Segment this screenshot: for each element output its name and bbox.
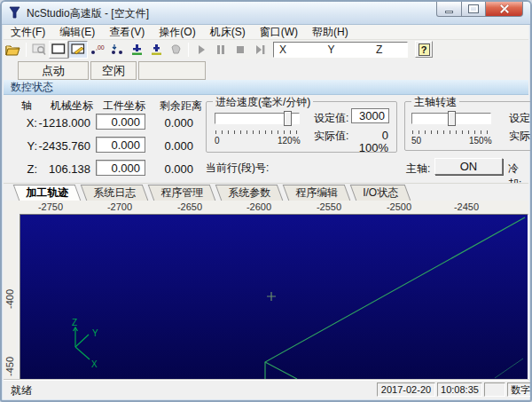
- toolbar-separator: [188, 43, 189, 57]
- tool-calibrate-button[interactable]: [146, 41, 166, 59]
- axis-x-work[interactable]: 0.000: [96, 114, 145, 130]
- feed-set-value[interactable]: 3000: [351, 108, 389, 123]
- maximize-button[interactable]: [462, 2, 486, 17]
- spindle-set-label: 设定: [509, 111, 530, 126]
- trace-line-branch: [265, 362, 297, 379]
- axes-select-input[interactable]: X Y Z: [273, 42, 408, 58]
- spindle-slider-ticks: [412, 130, 490, 134]
- edit-window-button[interactable]: [68, 41, 88, 59]
- ruler-label: -450: [4, 357, 15, 376]
- minimize-button[interactable]: [436, 2, 462, 17]
- tab-toolpath[interactable]: 加工轨迹: [13, 185, 82, 201]
- ruler-label: -2550: [317, 201, 341, 212]
- status-empty-cell: [484, 382, 505, 397]
- axis-x-label: X:: [21, 116, 37, 130]
- axis-triad-icon: [74, 327, 90, 359]
- menu-help[interactable]: 帮助(H): [305, 25, 356, 39]
- trace-line-main: [265, 217, 525, 379]
- feed-actual-label: 实际值:: [314, 129, 348, 144]
- menu-edit[interactable]: 编辑(E): [52, 25, 102, 39]
- feed-slider-thumb[interactable]: [284, 111, 292, 126]
- tool-down-button[interactable]: [127, 41, 146, 59]
- tab-system-params[interactable]: 系统参数: [215, 185, 284, 201]
- ready-status: 就绪: [11, 383, 32, 398]
- play-icon: [196, 44, 207, 55]
- help-icon: ?: [419, 43, 430, 56]
- menu-window[interactable]: 窗口(W): [253, 25, 305, 39]
- ruler-label: -400: [4, 289, 15, 309]
- app-window: NcStudio高速版 - [空文件] 文件(F) 编辑(E) 查看(V) 操作…: [0, 0, 532, 402]
- capture-icon: [32, 43, 46, 56]
- axis-y-machine: -2435.760: [37, 139, 90, 153]
- spindle-tick-min: 50: [411, 136, 421, 146]
- status-input-mode: 数字: [507, 382, 532, 397]
- tab-system-log[interactable]: 系统日志: [81, 185, 149, 201]
- col-remaining: 剩余距离: [160, 99, 202, 114]
- view-tab-strip: 加工轨迹 系统日志 程序管理 系统参数 程序编辑 I/O状态: [4, 183, 528, 201]
- open-file-button[interactable]: [4, 41, 23, 59]
- handwheel-button[interactable]: [166, 41, 185, 59]
- menu-operate[interactable]: 操作(O): [152, 25, 202, 39]
- stop-button[interactable]: [231, 41, 250, 59]
- menu-view[interactable]: 查看(V): [102, 25, 152, 39]
- feed-set-label: 设定值:: [314, 111, 348, 126]
- tab-program-manager[interactable]: 程序管理: [148, 185, 216, 201]
- idle-status-label: 空闲: [102, 63, 125, 79]
- axis-x-remain: 0.000: [158, 116, 193, 130]
- single-step-button[interactable]: [250, 41, 270, 59]
- title-bar[interactable]: NcStudio高速版 - [空文件]: [2, 2, 530, 25]
- axis-y-label: Y:: [21, 139, 37, 153]
- spindle-slider-thumb[interactable]: [448, 111, 456, 126]
- vertical-ruler: -400 -450: [4, 214, 16, 381]
- pause-icon: [215, 44, 226, 55]
- ruler-label: -2600: [246, 201, 271, 212]
- ruler-label: -2500: [387, 201, 411, 212]
- current-line-label: 当前行(段)号:: [206, 161, 269, 176]
- simulate-mode-button[interactable]: [107, 41, 127, 59]
- menu-file[interactable]: 文件(F): [4, 25, 52, 39]
- step-icon: [254, 44, 266, 55]
- app-icon: [8, 6, 21, 20]
- jog-mode-button[interactable]: 点动: [18, 61, 89, 80]
- spindle-tick-max: 150%: [469, 136, 492, 146]
- start-button[interactable]: [192, 41, 211, 59]
- pause-button[interactable]: [211, 41, 231, 59]
- minimize-icon: [445, 11, 453, 13]
- triad-x-label: X: [91, 359, 98, 369]
- tab-io-status[interactable]: I/O状态: [350, 185, 411, 201]
- spindle-title: 主轴转速: [411, 95, 459, 110]
- status-date: 2017-02-20: [377, 382, 435, 397]
- feed-override-percent: 100%: [353, 141, 388, 154]
- col-machine-coord: 机械坐标: [51, 99, 93, 114]
- position-cross-icon: [267, 292, 276, 301]
- ruler-label: -2650: [177, 201, 202, 212]
- trace-points-icon: ,00: [90, 43, 106, 56]
- ruler-label: -2450: [454, 201, 479, 212]
- axis-z-machine: 106.138: [37, 162, 90, 176]
- toolbar-separator: [26, 43, 27, 57]
- spindle-power-label: 主轴:: [406, 162, 430, 177]
- ruler-label: -2750: [38, 201, 63, 212]
- display-window-button[interactable]: [49, 41, 68, 59]
- trace-points-button[interactable]: ,00: [88, 41, 107, 59]
- screen-capture-button[interactable]: [29, 41, 49, 59]
- context-help-button[interactable]: ?: [415, 41, 433, 58]
- tab-program-edit[interactable]: 程序编辑: [283, 185, 351, 201]
- status-bar: 就绪 2017-02-20 10:08:35 数字: [4, 380, 528, 398]
- axis-y-work[interactable]: 0.000: [96, 137, 145, 153]
- axis-z-work[interactable]: 0.000: [96, 160, 145, 176]
- svg-text:,00: ,00: [96, 44, 105, 51]
- spindle-on-button[interactable]: ON: [434, 158, 503, 175]
- toolbar: ,00: [4, 39, 528, 59]
- monitor-icon: [51, 43, 66, 55]
- close-button[interactable]: [486, 2, 523, 17]
- simulate-icon: [110, 43, 125, 56]
- horizontal-ruler: -2750 -2700 -2650 -2600 -2550 -2500 -245…: [4, 201, 528, 214]
- menu-machine[interactable]: 机床(S): [203, 25, 253, 39]
- empty-status-box: [138, 61, 206, 80]
- feed-slider-ticks: [215, 130, 299, 134]
- jog-mode-label: 点动: [42, 63, 65, 79]
- toolpath-canvas[interactable]: Z Y X: [20, 214, 528, 381]
- axis-y-remain: 0.000: [158, 139, 193, 153]
- nc-status-caption: 数控状态: [4, 80, 528, 95]
